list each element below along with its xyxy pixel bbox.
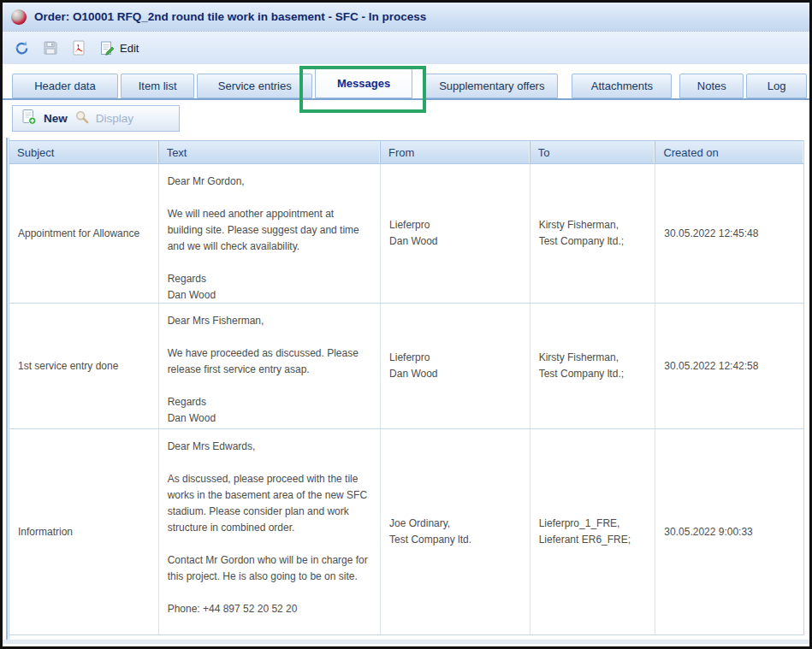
title-bar: Order: O10001 RFQ_2nd round tile work in… [3,3,809,31]
tab-messages[interactable]: Messages [315,68,412,98]
cell-from: Lieferpro Dan Wood [381,304,530,428]
action-bar: New Display [3,103,809,138]
save-icon [43,40,58,56]
cell-subject: 1st service entry done [9,304,159,428]
cell-from: Joe Ordinary, Test Company ltd. [381,429,530,634]
cell-created-on: 30.05.2022 12:42:58 [655,304,803,428]
order-window: Order: O10001 RFQ_2nd round tile work in… [0,0,812,649]
messages-table: Subject Text From To Created on Appointm… [9,140,804,635]
tab-notes[interactable]: Notes [679,74,744,98]
cell-created-on: 30.05.2022 12:45:48 [655,164,803,303]
table-header-row: Subject Text From To Created on [9,140,803,164]
pdf-export-icon [71,40,86,56]
action-button-group: New Display [12,105,180,132]
tab-label: Header data [34,80,96,92]
window-title: Order: O10001 RFQ_2nd round tile work in… [34,10,426,23]
tab-label: Messages [337,77,390,90]
tab-service-entries[interactable]: Service entries [197,74,312,98]
edit-label: Edit [120,42,139,55]
refresh-icon [14,40,30,56]
tab-label: Item list [139,80,177,92]
tab-label: Notes [697,80,726,92]
tab-strip-line [3,98,809,100]
display-button[interactable]: Display [74,109,133,127]
tab-attachments[interactable]: Attachments [572,74,672,98]
edit-icon [99,40,116,56]
column-header-subject[interactable]: Subject [9,141,159,163]
app-logo-icon [11,9,27,25]
search-icon [74,109,90,127]
column-header-to[interactable]: To [530,141,656,163]
new-button-label: New [44,112,68,125]
cell-to: Kirsty Fisherman, Test Company ltd.; [530,304,656,428]
refresh-button[interactable] [14,40,30,56]
cell-from: Lieferpro Dan Wood [381,164,530,303]
cell-text: Dear Mrs Edwards, As discussed, please p… [159,429,381,634]
cell-text: Dear Mr Gordon, We will need another app… [159,164,381,303]
table-row[interactable]: Informatrion Dear Mrs Edwards, As discus… [9,429,803,634]
tab-log[interactable]: Log [746,74,807,98]
column-header-from[interactable]: From [381,141,530,163]
cell-to: Kirsty Fisherman, Test Company ltd.; [530,164,656,303]
cell-created-on: 30.05.2022 9:00:33 [655,429,803,634]
tab-supplementary-offers[interactable]: Supplementary offers [425,74,558,98]
edit-button[interactable]: Edit [99,40,139,56]
tab-item-list[interactable]: Item list [121,74,195,98]
tab-label: Attachments [591,80,653,92]
tab-label: Log [768,80,786,92]
cell-to: Lieferpro_1_FRE, Lieferant ER6_FRE; [530,429,656,634]
display-button-label: Display [96,112,133,125]
column-header-text[interactable]: Text [159,141,381,163]
tab-header-data[interactable]: Header data [12,74,118,98]
cell-subject: Informatrion [9,429,159,634]
cell-subject: Appointment for Allowance [9,164,159,303]
tab-bar: Header data Item list Service entries Me… [3,64,809,103]
table-row[interactable]: 1st service entry done Dear Mrs Fisherma… [9,304,803,429]
new-document-icon [21,109,38,128]
table-row[interactable]: Appointment for Allowance Dear Mr Gordon… [9,164,803,304]
toolbar: Edit [3,31,809,64]
tab-label: Service entries [218,80,292,92]
new-button[interactable]: New [21,109,68,128]
pdf-button[interactable] [71,40,86,56]
tab-label: Supplementary offers [439,80,544,92]
cell-text: Dear Mrs Fisherman, We have proceeded as… [159,304,381,428]
save-button[interactable] [43,40,58,56]
horizontal-scrollbar[interactable] [3,640,809,644]
column-header-created-on[interactable]: Created on [655,141,803,163]
